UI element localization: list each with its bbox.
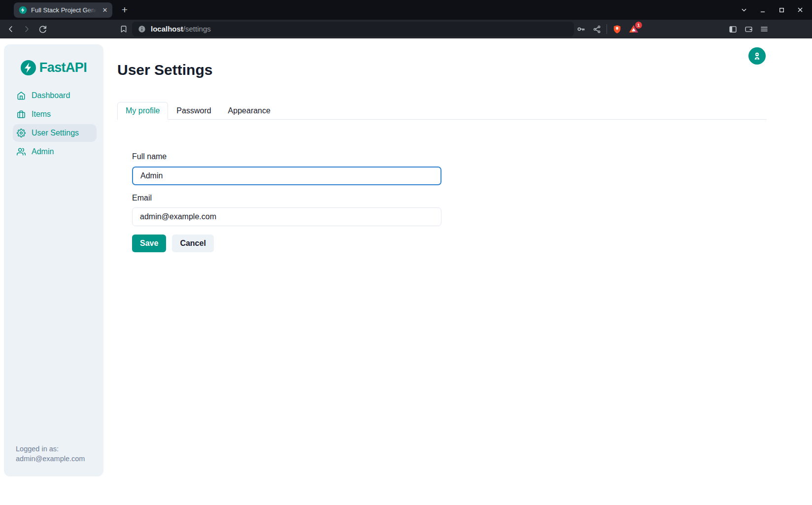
bookmark-icon[interactable] <box>117 22 131 36</box>
full-name-input[interactable] <box>132 167 441 185</box>
sidebar: FastAPI Dashboard Items <box>4 44 103 476</box>
tab-search-chevron-icon[interactable] <box>737 3 751 17</box>
back-icon[interactable] <box>4 22 18 36</box>
logged-in-email: admin@example.com <box>16 454 85 464</box>
browser-window: Full Stack Project Genera ✕ + <box>0 0 812 505</box>
browser-tab[interactable]: Full Stack Project Genera ✕ <box>14 2 112 18</box>
brave-shield-icon[interactable] <box>610 22 624 36</box>
minimize-icon[interactable] <box>756 3 770 17</box>
sidebar-item-admin[interactable]: Admin <box>13 143 97 161</box>
logged-in-label: Logged in as: <box>16 444 85 454</box>
fastapi-favicon-icon <box>19 6 27 14</box>
briefcase-icon <box>17 110 26 119</box>
save-button[interactable]: Save <box>132 235 166 252</box>
sidebar-item-dashboard[interactable]: Dashboard <box>13 87 97 104</box>
fastapi-logo: FastAPI <box>4 60 103 75</box>
toolbar-divider <box>607 24 607 34</box>
sidebar-item-label: Dashboard <box>32 91 70 100</box>
tab-my-profile[interactable]: My profile <box>117 102 168 120</box>
tab-appearance[interactable]: Appearance <box>220 102 279 120</box>
settings-tabs: My profile Password Appearance <box>117 102 767 120</box>
url-host: localhost <box>151 25 183 33</box>
home-icon <box>17 91 26 100</box>
form-actions: Save Cancel <box>132 235 214 252</box>
tab-close-icon[interactable]: ✕ <box>101 6 109 15</box>
browser-tab-strip: Full Stack Project Genera ✕ + <box>0 0 812 20</box>
close-window-icon[interactable] <box>793 3 807 17</box>
wallet-icon[interactable] <box>742 22 755 36</box>
email-input[interactable] <box>132 207 441 226</box>
page-title: User Settings <box>117 62 212 78</box>
gear-icon <box>17 129 26 137</box>
brave-rewards-icon[interactable]: 1 <box>627 22 641 36</box>
fastapi-logo-icon <box>21 60 36 75</box>
sidebar-nav: Dashboard Items User Settings <box>13 87 97 161</box>
tab-title: Full Stack Project Genera <box>31 6 97 14</box>
users-icon <box>17 147 26 156</box>
full-name-label: Full name <box>132 152 167 161</box>
sidebar-item-user-settings[interactable]: User Settings <box>13 124 97 142</box>
sidebar-panel-icon[interactable] <box>726 22 740 36</box>
new-tab-button[interactable]: + <box>118 3 131 16</box>
email-label: Email <box>132 194 152 202</box>
cancel-button[interactable]: Cancel <box>172 235 213 252</box>
sidebar-item-label: User Settings <box>32 129 79 137</box>
hamburger-menu-icon[interactable] <box>757 22 771 36</box>
user-astronaut-icon <box>752 51 762 61</box>
url-path: /settings <box>183 25 211 33</box>
rewards-badge: 1 <box>635 22 642 29</box>
logged-in-footer: Logged in as: admin@example.com <box>16 444 85 464</box>
fastapi-logo-text: FastAPI <box>39 60 87 75</box>
url-bar[interactable]: localhost/settings <box>132 22 574 36</box>
share-icon[interactable] <box>590 22 604 36</box>
sidebar-item-items[interactable]: Items <box>13 105 97 123</box>
sidebar-item-label: Admin <box>32 147 54 156</box>
sidebar-item-label: Items <box>32 110 51 119</box>
tab-password[interactable]: Password <box>168 102 219 120</box>
url-text: localhost/settings <box>151 25 211 34</box>
app-content: FastAPI Dashboard Items <box>0 38 812 505</box>
key-icon[interactable] <box>574 22 588 36</box>
reload-icon[interactable] <box>35 22 49 36</box>
site-info-icon[interactable] <box>138 25 146 33</box>
user-menu-button[interactable] <box>748 47 766 65</box>
forward-icon[interactable] <box>20 22 34 36</box>
maximize-icon[interactable] <box>775 3 788 17</box>
